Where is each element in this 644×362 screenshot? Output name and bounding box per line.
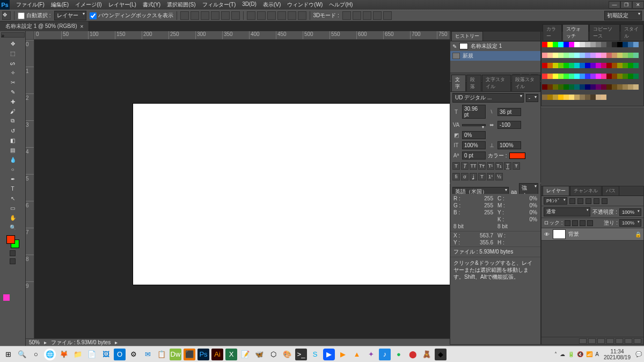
kerning-dropdown[interactable] [462, 124, 486, 126]
swatch[interactable] [606, 63, 612, 68]
swatch[interactable] [558, 63, 564, 68]
swatch[interactable] [590, 84, 596, 90]
tab-paragraph[interactable]: 段落 [466, 75, 481, 91]
swatch[interactable] [580, 53, 585, 58]
swatch[interactable] [553, 74, 558, 79]
align-bottom-icon[interactable] [201, 11, 209, 20]
notifications-icon[interactable]: 💬 [635, 351, 642, 357]
swatch[interactable] [574, 84, 580, 90]
strikethrough-button[interactable]: Ŧ [513, 162, 520, 170]
eraser-tool-icon[interactable]: ◧ [7, 135, 19, 145]
bounding-box-checkbox[interactable]: バウンディングボックスを表示 [90, 12, 173, 19]
align-vcenter-icon[interactable] [191, 11, 199, 20]
record-icon[interactable]: ⬤ [407, 349, 419, 360]
swatch[interactable] [596, 53, 601, 58]
color-swatches[interactable] [6, 235, 19, 248]
dist-vcenter-icon[interactable] [257, 11, 266, 20]
zoom-tool-icon[interactable]: 🔍 [7, 222, 19, 232]
swatch[interactable] [574, 53, 580, 58]
swatch[interactable] [564, 63, 569, 68]
ot-st-button[interactable]: σ [461, 173, 469, 180]
menu-image[interactable]: イメージ(I) [72, 0, 105, 10]
spotify-icon[interactable]: ● [393, 349, 405, 360]
hand-tool-icon[interactable]: ✋ [7, 213, 19, 222]
menu-type[interactable]: 書式(Y) [140, 0, 164, 10]
eyedropper-tool-icon[interactable]: ✎ [7, 87, 19, 97]
swatch[interactable] [542, 84, 547, 90]
quickmask-icon[interactable] [10, 250, 16, 256]
wand-tool-icon[interactable]: ✧ [7, 68, 19, 77]
swatch[interactable] [633, 42, 639, 47]
swatch[interactable] [574, 74, 580, 79]
chrome-icon[interactable]: 🌐 [44, 349, 56, 360]
dodge-tool-icon[interactable]: ○ [7, 164, 19, 174]
swatch[interactable] [553, 63, 558, 68]
superscript-button[interactable]: T¹ [487, 162, 494, 170]
pen-tool-icon[interactable]: ✒ [7, 174, 19, 184]
swatch[interactable] [596, 95, 601, 100]
tab-character[interactable]: 文字 [451, 75, 466, 91]
photoshop-icon[interactable]: Ps [197, 349, 209, 360]
swatch[interactable] [585, 42, 590, 47]
swatch[interactable] [590, 53, 596, 58]
swatch[interactable] [601, 84, 606, 90]
tab-clone-source[interactable]: コピーソース [589, 24, 620, 41]
mode3d-pan-icon[interactable] [363, 11, 371, 20]
shape-tool-icon[interactable]: ▭ [7, 203, 19, 213]
swatch[interactable] [585, 84, 590, 90]
adjustment-layer-icon[interactable] [606, 338, 614, 344]
swatch[interactable] [612, 53, 617, 58]
swatch[interactable] [633, 74, 639, 79]
swatch[interactable] [542, 53, 547, 58]
tracking-input[interactable]: -100 [497, 121, 521, 129]
document-canvas[interactable] [133, 104, 450, 285]
app-icon[interactable]: ✦ [365, 349, 377, 360]
swatch[interactable] [564, 95, 569, 100]
swatch[interactable] [547, 84, 553, 90]
swatch[interactable] [564, 42, 569, 47]
ot-titling-button[interactable]: T [478, 173, 486, 180]
system-tray[interactable]: ˄ ☁ 🔋 🔇 📶 A 11:34 2021/08/19 💬 [554, 349, 642, 360]
blend-mode-dropdown[interactable]: 通常 [544, 207, 590, 216]
filter-type-icon[interactable] [586, 198, 591, 204]
ot-fi-button[interactable]: fi [452, 173, 460, 180]
link-layers-icon[interactable] [579, 338, 587, 344]
swatch[interactable] [601, 74, 606, 79]
swatch[interactable] [606, 74, 612, 79]
swatch[interactable] [633, 63, 639, 68]
app-icon[interactable]: ◆ [435, 349, 447, 360]
swatch[interactable] [580, 42, 585, 47]
brush-tool-icon[interactable]: 🖌 [7, 106, 19, 116]
layer-fx-icon[interactable] [588, 338, 596, 344]
swatch[interactable] [580, 74, 585, 79]
close-button[interactable]: ✕ [632, 1, 644, 9]
move-tool-icon[interactable]: ✥ [7, 39, 19, 48]
text-color-swatch[interactable] [509, 153, 525, 159]
swatch[interactable] [628, 84, 633, 90]
ot-swash-button[interactable]: ʝ [470, 173, 477, 180]
height-input[interactable]: 100% [462, 141, 486, 149]
app-icon[interactable]: 🧸 [421, 349, 433, 360]
swatch[interactable] [617, 42, 623, 47]
tab-char-style[interactable]: 文字スタイル [482, 75, 511, 91]
app-icon[interactable]: 🎨 [281, 349, 293, 360]
menu-3d[interactable]: 3D(D) [239, 0, 260, 10]
lock-transparency-icon[interactable] [565, 220, 570, 226]
swatch[interactable] [580, 84, 585, 90]
swatch[interactable] [542, 74, 547, 79]
swatch[interactable] [596, 84, 601, 90]
photos-icon[interactable]: 🖼 [100, 349, 112, 360]
italic-button[interactable]: T [461, 162, 469, 170]
swatch[interactable] [558, 42, 564, 47]
layer-name[interactable]: 背景 [568, 230, 579, 238]
cortana-icon[interactable]: ○ [30, 349, 42, 360]
filter-smart-icon[interactable] [602, 198, 608, 204]
lock-all-icon[interactable] [587, 220, 593, 226]
sublime-icon[interactable]: ⬛ [184, 349, 195, 360]
swatch[interactable] [574, 95, 580, 100]
app-icon[interactable]: ⬡ [267, 349, 279, 360]
smallcaps-button[interactable]: Tᴛ [478, 162, 486, 170]
screenmode-icon[interactable] [10, 258, 16, 264]
menu-filter[interactable]: フィルター(T) [199, 0, 239, 10]
swatch[interactable] [601, 95, 606, 100]
